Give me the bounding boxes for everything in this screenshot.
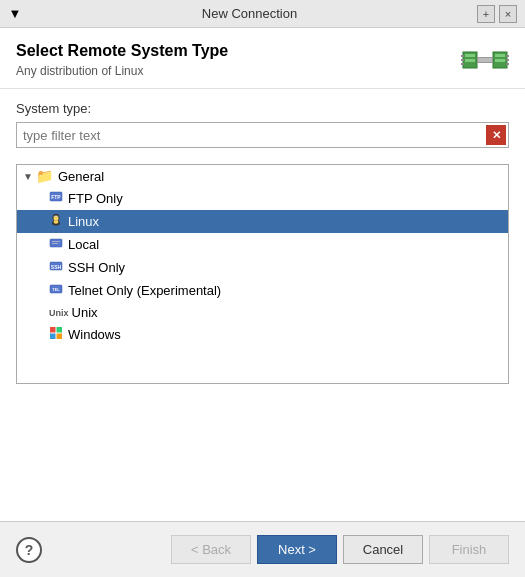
svg-rect-10	[506, 59, 509, 61]
dialog-content: Select Remote System Type Any distributi…	[0, 28, 525, 521]
dialog-header: Select Remote System Type Any distributi…	[0, 28, 525, 89]
filter-input[interactable]	[16, 122, 509, 148]
tree-arrow: ▼	[23, 171, 33, 182]
list-item[interactable]: FTP FTP Only	[17, 187, 508, 210]
ssh-icon: SSH	[49, 259, 63, 276]
list-item[interactable]: Local	[17, 233, 508, 256]
list-item[interactable]: Linux	[17, 210, 508, 233]
finish-button[interactable]: Finish	[429, 535, 509, 564]
tree-category-general[interactable]: ▼ 📁 General	[17, 165, 508, 187]
page-subtitle: Any distribution of Linux	[16, 64, 228, 78]
page-title: Select Remote System Type	[16, 42, 228, 60]
svg-rect-3	[461, 55, 464, 57]
list-item[interactable]: Unix Unix	[17, 302, 508, 323]
svg-rect-2	[465, 59, 475, 62]
item-ssh-label: SSH Only	[68, 260, 125, 275]
svg-rect-5	[461, 63, 464, 65]
svg-rect-31	[50, 327, 56, 333]
menu-icon[interactable]: ▼	[8, 7, 22, 21]
item-linux-label: Linux	[68, 214, 99, 229]
svg-rect-33	[50, 334, 56, 340]
cancel-button[interactable]: Cancel	[343, 535, 423, 564]
item-windows-label: Windows	[68, 327, 121, 342]
tree-container[interactable]: ▼ 📁 General FTP FTP Only	[16, 164, 509, 384]
svg-rect-1	[465, 54, 475, 57]
list-item[interactable]: Windows	[17, 323, 508, 346]
svg-rect-9	[506, 55, 509, 57]
svg-rect-7	[495, 54, 505, 57]
item-telnet-label: Telnet Only (Experimental)	[68, 283, 221, 298]
folder-icon: 📁	[36, 168, 53, 184]
svg-point-21	[57, 216, 58, 217]
title-bar-left: ▼	[8, 7, 22, 21]
local-icon	[49, 236, 63, 253]
svg-rect-26	[52, 243, 58, 244]
header-icon	[461, 42, 509, 78]
svg-text:FTP: FTP	[51, 194, 61, 200]
svg-rect-8	[495, 59, 505, 62]
dialog-title: New Connection	[22, 6, 477, 21]
next-button[interactable]: Next >	[257, 535, 337, 564]
telnet-icon: TEL	[49, 282, 63, 299]
svg-rect-11	[506, 63, 509, 65]
svg-rect-13	[478, 58, 492, 62]
filter-row: ✕	[16, 122, 509, 148]
svg-rect-4	[461, 59, 464, 61]
svg-point-23	[54, 220, 59, 224]
svg-rect-34	[57, 334, 63, 340]
empty-space	[0, 384, 525, 521]
system-type-section: System type: ✕	[0, 89, 525, 164]
svg-rect-32	[57, 327, 63, 333]
dialog-bottom: ? < Back Next > Cancel Finish	[0, 521, 525, 577]
linux-icon	[49, 213, 63, 230]
svg-text:TEL: TEL	[52, 287, 60, 292]
help-button[interactable]: ?	[16, 537, 42, 563]
item-ftp-label: FTP Only	[68, 191, 123, 206]
connection-icon	[461, 44, 509, 76]
category-label: General	[58, 169, 104, 184]
svg-point-20	[54, 216, 55, 217]
header-text: Select Remote System Type Any distributi…	[16, 42, 228, 78]
svg-rect-25	[52, 241, 60, 242]
title-bar-controls: + ×	[477, 5, 517, 23]
nav-buttons: < Back Next > Cancel Finish	[171, 535, 509, 564]
filter-clear-button[interactable]: ✕	[486, 125, 506, 145]
ftp-icon: FTP	[49, 190, 63, 207]
add-button[interactable]: +	[477, 5, 495, 23]
item-unix-label: Unix	[72, 305, 98, 320]
close-button[interactable]: ×	[499, 5, 517, 23]
system-type-label: System type:	[16, 101, 509, 116]
item-local-label: Local	[68, 237, 99, 252]
unix-text-icon: Unix	[49, 308, 69, 318]
list-item[interactable]: SSH SSH Only	[17, 256, 508, 279]
title-bar: ▼ New Connection + ×	[0, 0, 525, 28]
back-button[interactable]: < Back	[171, 535, 251, 564]
svg-text:SSH: SSH	[51, 264, 62, 270]
windows-icon	[49, 326, 63, 343]
list-item[interactable]: TEL Telnet Only (Experimental)	[17, 279, 508, 302]
